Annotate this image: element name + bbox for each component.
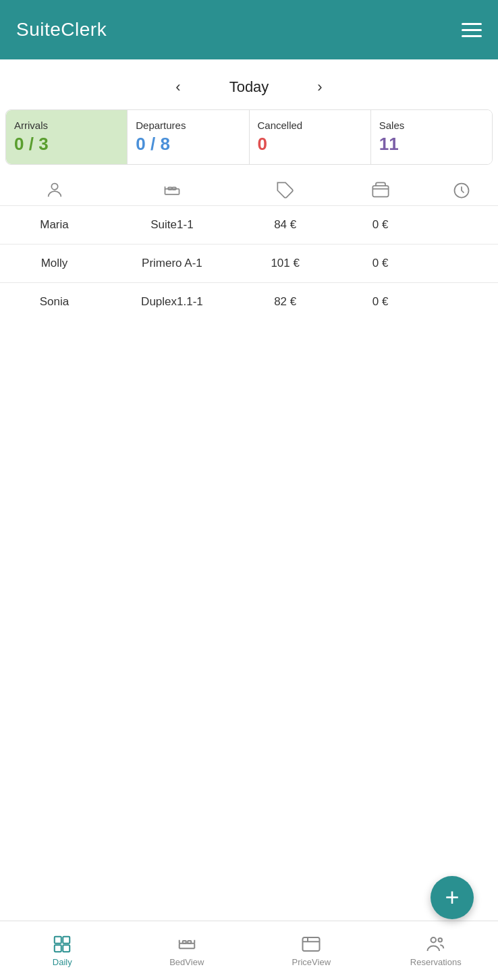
svg-rect-11 — [188, 941, 191, 944]
date-navigation: ‹ Today › — [0, 59, 498, 109]
reservations-icon — [426, 934, 446, 954]
cancelled-value: 0 — [258, 134, 362, 155]
menu-button[interactable] — [462, 23, 482, 37]
clock-icon — [452, 181, 471, 200]
guest-name: Sonia — [0, 295, 109, 309]
room-name: Suite1-1 — [109, 218, 236, 232]
nav-item-bedview[interactable]: BedView — [125, 921, 250, 980]
bottom-navigation: Daily BedView PriceView Reservations — [0, 921, 498, 980]
nav-item-daily[interactable]: Daily — [0, 921, 125, 980]
arrivals-card[interactable]: Arrivals 0 / 3 — [6, 110, 128, 164]
daily-icon — [52, 934, 72, 954]
app-header: SuiteClerk — [0, 0, 498, 59]
room-price: 82 € — [236, 295, 335, 309]
table-header — [0, 176, 498, 206]
nav-label-daily: Daily — [53, 957, 72, 967]
current-date-label: Today — [229, 78, 269, 96]
table-row[interactable]: Sonia Duplex1.1-1 82 € 0 € — [0, 283, 498, 321]
svg-rect-8 — [55, 945, 61, 952]
svg-point-16 — [438, 938, 442, 942]
arrivals-value: 0 / 3 — [14, 134, 119, 155]
guest-column-header — [0, 181, 109, 200]
cancelled-label: Cancelled — [258, 120, 362, 131]
nav-label-reservations: Reservations — [410, 957, 462, 967]
nav-item-priceview[interactable]: PriceView — [249, 921, 374, 980]
next-date-button[interactable]: › — [309, 76, 330, 99]
sales-label: Sales — [379, 120, 484, 131]
departures-value: 0 / 8 — [136, 134, 240, 155]
table-row[interactable]: Molly Primero A-1 101 € 0 € — [0, 244, 498, 283]
arrivals-label: Arrivals — [14, 120, 119, 131]
svg-rect-4 — [372, 186, 388, 197]
room-name: Primero A-1 — [109, 257, 236, 270]
svg-rect-10 — [183, 941, 186, 944]
guest-name: Maria — [0, 218, 109, 232]
paid-column-header — [335, 181, 425, 200]
room-name: Duplex1.1-1 — [109, 295, 236, 309]
prev-date-button[interactable]: ‹ — [167, 76, 188, 99]
stats-row: Arrivals 0 / 3 Departures 0 / 8 Cancelle… — [5, 109, 493, 165]
paid-amount: 0 € — [335, 257, 425, 270]
nav-item-reservations[interactable]: Reservations — [374, 921, 499, 980]
paid-amount: 0 € — [335, 295, 425, 309]
departures-label: Departures — [136, 120, 240, 131]
priceview-icon — [301, 934, 321, 954]
add-reservation-button[interactable]: + — [431, 876, 474, 919]
time-column-header — [426, 181, 498, 200]
sales-card[interactable]: Sales 11 — [371, 110, 492, 164]
room-column-header — [109, 181, 236, 200]
svg-rect-7 — [63, 937, 70, 944]
table-row[interactable]: Maria Suite1-1 84 € 0 € — [0, 206, 498, 244]
app-logo: SuiteClerk — [16, 19, 107, 41]
wallet-icon — [371, 181, 390, 200]
paid-amount: 0 € — [335, 218, 425, 232]
svg-point-15 — [431, 937, 436, 943]
cancelled-card[interactable]: Cancelled 0 — [250, 110, 371, 164]
nav-label-priceview: PriceView — [292, 957, 331, 967]
svg-rect-12 — [303, 937, 320, 951]
price-column-header — [236, 181, 335, 200]
plus-icon: + — [445, 883, 459, 912]
room-price: 84 € — [236, 218, 335, 232]
nav-label-bedview: BedView — [169, 957, 204, 967]
svg-point-0 — [51, 184, 57, 190]
sales-value: 11 — [379, 134, 484, 155]
arrivals-table: Maria Suite1-1 84 € 0 € Molly Primero A-… — [0, 176, 498, 321]
svg-rect-6 — [55, 937, 61, 944]
bed-icon — [163, 181, 182, 200]
tag-icon — [276, 181, 295, 200]
guest-name: Molly — [0, 257, 109, 270]
departures-card[interactable]: Departures 0 / 8 — [128, 110, 249, 164]
svg-rect-9 — [63, 945, 70, 952]
person-icon — [45, 181, 64, 200]
room-price: 101 € — [236, 257, 335, 270]
bedview-icon — [177, 934, 197, 954]
